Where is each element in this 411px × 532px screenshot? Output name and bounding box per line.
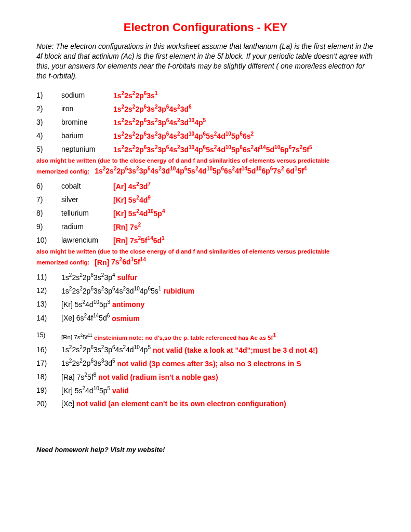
page-title: Electron Configurations - KEY: [36, 21, 375, 34]
list-item: 20)[Xe] not valid (an element can't be i…: [36, 398, 375, 409]
footer-text: Need homework help? Visit my website!: [36, 446, 375, 454]
list-item: 17)1s22s22p63s33d5 not valid (3p comes a…: [36, 357, 375, 369]
neptunium-extra-config: memorized config: 1s22s22p63s23p64s23d10…: [36, 166, 375, 175]
list-item: 15)[Rn] 7s25f11 einsteinium note: no d's…: [36, 330, 375, 342]
list-item: 11)1s22s22p63s23p4 sulfur: [36, 271, 375, 283]
list-item: 12)1s22s22p63s23p64s23d104p65s1 rubidium: [36, 285, 375, 297]
lawrencium-extra-note: also might be written (due to the close …: [36, 248, 375, 256]
list-item: 3)bromine1s22s22p63s23p64s23d104p5: [36, 116, 375, 128]
lawrencium-extra-config: memorized config: [Rn] 7s26d15f14: [36, 257, 375, 267]
list-item: 18)[Ra] 7s25f8 not valid (radium isn't a…: [36, 371, 375, 383]
list-item: 1)sodium1s22s22p63s1: [36, 89, 375, 101]
neptunium-extra-note: also might be written (due to the close …: [36, 157, 375, 165]
list-item: 7)silver[Kr] 5s24d9: [36, 194, 375, 206]
list-item: 6)cobalt[Ar] 4s23d7: [36, 180, 375, 192]
intro-note: Note: The electron configurations in thi…: [36, 42, 375, 81]
part1-list: 1)sodium1s22s22p63s12)iron1s22s22p63s23p…: [36, 89, 375, 155]
list-item: 4)barium1s22s22p63s23p64s23d104p65s24d10…: [36, 130, 375, 142]
list-item: 2)iron1s22s22p63s23p64s23d6: [36, 103, 375, 115]
list-item: 16)1s22s22p63s23p64s24d104p5 not valid (…: [36, 344, 375, 356]
list-item: 10)lawrencium[Rn] 7s25f146d1: [36, 234, 375, 246]
list-item: 9)radium[Rn] 7s2: [36, 221, 375, 233]
list-item: 8)tellurium[Kr] 5s24d105p4: [36, 207, 375, 219]
list-item: 5)neptunium1s22s22p63s23p64s23d104p65s24…: [36, 143, 375, 155]
part3-list: 11)1s22s22p63s23p4 sulfur12)1s22s22p63s2…: [36, 271, 375, 409]
part2-list: 6)cobalt[Ar] 4s23d77)silver[Kr] 5s24d98)…: [36, 180, 375, 246]
list-item: 19)[Kr] 5s24d105p5 valid: [36, 384, 375, 396]
list-item: 13)[Kr] 5s24d105p3 antimony: [36, 298, 375, 310]
list-item: 14)[Xe] 6s24f145d6 osmium: [36, 312, 375, 324]
